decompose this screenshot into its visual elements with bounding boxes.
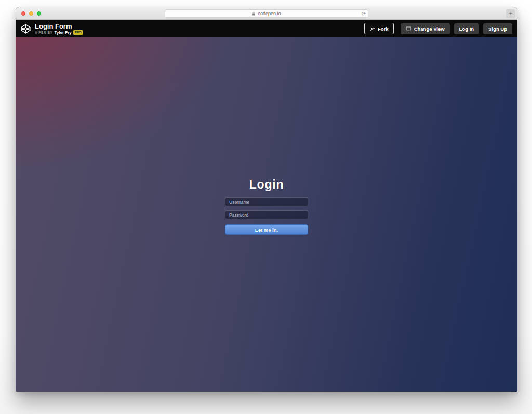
byline-prefix: A PEN BY — [35, 31, 52, 34]
log-in-button[interactable]: Log In — [454, 23, 480, 34]
minimize-window-button[interactable] — [29, 11, 33, 16]
sign-up-label: Sign Up — [488, 26, 507, 31]
log-in-label: Log In — [459, 26, 474, 31]
padlock-icon — [252, 11, 256, 16]
pen-result-stage: Login Let me in. — [16, 37, 517, 392]
login-form: Login Let me in. — [225, 178, 308, 235]
fork-button[interactable]: Fork — [364, 23, 394, 34]
pen-identity: Login Form A PEN BY Tyler Fry PRO — [20, 23, 83, 35]
browser-window: codepen.io ⟳ + Login Form A PEN BY Tyler… — [16, 7, 517, 392]
sign-up-button[interactable]: Sign Up — [483, 23, 512, 34]
monitor-icon — [406, 26, 411, 31]
change-view-button[interactable]: Change View — [401, 23, 450, 34]
pro-badge: PRO — [73, 30, 83, 35]
fork-label: Fork — [378, 26, 389, 31]
header-actions: Fork Change View Log In Sign Up — [364, 23, 512, 34]
codepen-header: Login Form A PEN BY Tyler Fry PRO Fork — [16, 20, 517, 37]
let-me-in-button[interactable]: Let me in. — [225, 224, 308, 235]
login-heading: Login — [225, 178, 308, 192]
fork-icon — [369, 26, 375, 31]
zoom-window-button[interactable] — [37, 11, 41, 16]
traffic-lights — [21, 11, 41, 16]
new-tab-button[interactable]: + — [506, 9, 515, 18]
pen-title: Login Form — [35, 23, 83, 30]
reload-icon[interactable]: ⟳ — [362, 10, 366, 17]
author-link[interactable]: Tyler Fry — [54, 30, 71, 35]
codepen-logo-icon[interactable] — [20, 23, 31, 34]
password-input[interactable] — [225, 210, 308, 219]
close-window-button[interactable] — [21, 11, 25, 16]
change-view-label: Change View — [414, 26, 445, 31]
pen-meta: Login Form A PEN BY Tyler Fry PRO — [35, 23, 83, 35]
byline: A PEN BY Tyler Fry PRO — [35, 30, 83, 35]
browser-titlebar: codepen.io ⟳ + — [16, 7, 517, 20]
address-bar[interactable]: codepen.io ⟳ — [165, 9, 368, 18]
url-text: codepen.io — [258, 11, 281, 16]
username-input[interactable] — [225, 197, 308, 206]
